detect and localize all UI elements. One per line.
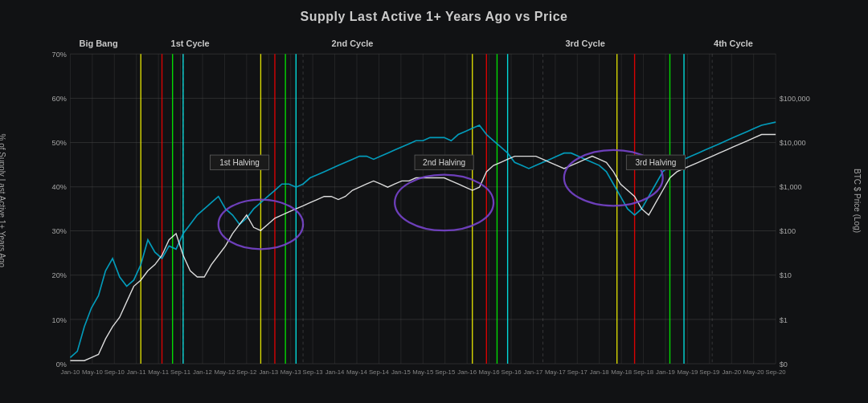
svg-point-106	[395, 175, 493, 230]
svg-text:Sep-11: Sep-11	[170, 368, 190, 376]
svg-text:Sep-14: Sep-14	[369, 368, 390, 376]
svg-text:May-11: May-11	[148, 368, 169, 376]
svg-text:May-16: May-16	[479, 368, 500, 376]
svg-text:Jan-17: Jan-17	[524, 368, 543, 376]
svg-text:Sep-10: Sep-10	[104, 368, 125, 376]
svg-text:$10,000: $10,000	[780, 139, 806, 147]
chart-area: 0%$010%$120%$1030%$10040%$1,00050%$10,00…	[48, 32, 820, 371]
svg-text:Sep-13: Sep-13	[303, 368, 323, 376]
svg-text:0%: 0%	[56, 360, 67, 368]
svg-text:Big Bang: Big Bang	[79, 39, 117, 48]
svg-text:May-14: May-14	[346, 368, 368, 376]
svg-text:May-12: May-12	[214, 368, 235, 376]
svg-text:$10: $10	[780, 271, 792, 279]
svg-text:Jan-14: Jan-14	[326, 368, 345, 376]
svg-text:$100: $100	[780, 227, 796, 235]
svg-text:Sep-16: Sep-16	[501, 368, 521, 376]
svg-text:Jan-12: Jan-12	[193, 368, 212, 376]
svg-text:3rd Cycle: 3rd Cycle	[565, 39, 604, 48]
svg-text:$1: $1	[780, 316, 788, 324]
svg-text:Jan-11: Jan-11	[127, 368, 146, 376]
svg-text:20%: 20%	[52, 271, 67, 279]
svg-text:May-17: May-17	[545, 368, 566, 376]
svg-text:1st Halving: 1st Halving	[219, 158, 260, 167]
svg-text:Sep-19: Sep-19	[699, 368, 719, 376]
svg-text:50%: 50%	[52, 139, 67, 147]
svg-text:30%: 30%	[52, 227, 67, 235]
svg-text:2nd Cycle: 2nd Cycle	[332, 39, 374, 48]
svg-text:4th Cycle: 4th Cycle	[714, 39, 753, 48]
svg-text:$0: $0	[780, 360, 788, 368]
main-chart-svg: 0%$010%$120%$1030%$10040%$1,00050%$10,00…	[48, 32, 820, 371]
svg-text:Jan-20: Jan-20	[722, 368, 741, 376]
chart-title: Supply Last Active 1+ Years Ago vs Price	[301, 10, 568, 24]
svg-text:Sep-12: Sep-12	[236, 368, 256, 376]
svg-text:1st Cycle: 1st Cycle	[171, 39, 210, 48]
svg-text:Jan-15: Jan-15	[391, 368, 411, 376]
svg-text:$100,000: $100,000	[780, 95, 810, 103]
svg-text:10%: 10%	[52, 316, 67, 324]
svg-text:60%: 60%	[52, 95, 67, 103]
svg-text:3rd Halving: 3rd Halving	[636, 158, 677, 167]
svg-text:May-19: May-19	[677, 368, 698, 376]
svg-text:Jan-16: Jan-16	[457, 368, 477, 376]
svg-text:May-15: May-15	[412, 368, 433, 376]
svg-text:Sep-15: Sep-15	[435, 368, 455, 376]
svg-text:Jan-18: Jan-18	[590, 368, 609, 376]
left-axis-title: % of Supply Last Active 1+ Years Ago	[0, 48, 6, 353]
svg-text:May-18: May-18	[611, 368, 632, 376]
svg-text:May-20: May-20	[743, 368, 765, 376]
svg-text:$1,000: $1,000	[780, 183, 802, 191]
svg-text:Sep-17: Sep-17	[567, 368, 588, 376]
right-axis-title: BTC $ Price (Log)	[853, 48, 862, 353]
svg-text:2nd Halving: 2nd Halving	[423, 158, 465, 167]
svg-text:May-13: May-13	[280, 368, 301, 376]
svg-text:40%: 40%	[52, 183, 67, 191]
svg-text:Sep-18: Sep-18	[633, 368, 653, 376]
svg-text:May-10: May-10	[82, 368, 104, 376]
svg-text:Sep-20: Sep-20	[766, 368, 787, 376]
svg-text:Jan-19: Jan-19	[656, 368, 675, 376]
svg-text:Jan-13: Jan-13	[259, 368, 278, 376]
chart-container: Supply Last Active 1+ Years Ago vs Price…	[0, 0, 868, 403]
svg-text:70%: 70%	[52, 51, 67, 59]
svg-text:Jan-10: Jan-10	[61, 368, 80, 376]
